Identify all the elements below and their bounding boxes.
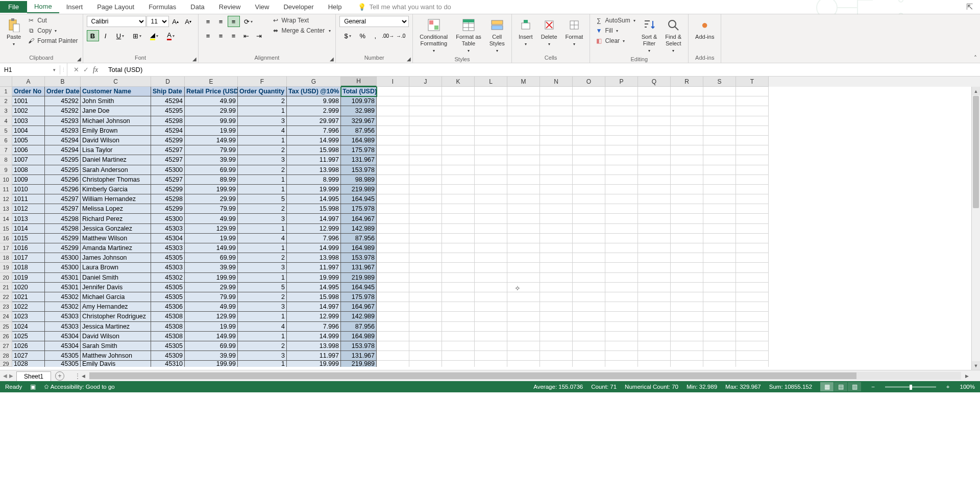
data-cell[interactable]: 45309 [151, 351, 185, 361]
merge-center-button[interactable]: ⬌Merge & Center▾ [271, 26, 332, 35]
cell[interactable] [442, 302, 475, 312]
data-cell[interactable]: 1014 [12, 224, 45, 234]
cell[interactable] [736, 283, 769, 292]
col-header-H[interactable]: H [341, 77, 377, 87]
cell[interactable] [736, 126, 769, 136]
cell[interactable] [507, 185, 540, 194]
cell[interactable] [671, 243, 703, 253]
data-cell[interactable]: 45301 [45, 273, 81, 283]
data-cell[interactable]: Jessica Gonzalez [81, 224, 151, 234]
cell[interactable] [671, 263, 703, 272]
horizontal-scrollbar[interactable] [89, 372, 961, 380]
cell[interactable] [475, 155, 507, 165]
row-header[interactable]: 8 [0, 155, 12, 165]
row-header[interactable]: 2 [0, 96, 12, 106]
data-cell[interactable]: 1022 [12, 302, 45, 312]
cell[interactable] [671, 155, 703, 165]
cell[interactable] [638, 253, 671, 263]
cell[interactable] [671, 214, 703, 223]
data-cell[interactable]: 175.978 [341, 145, 377, 155]
cell[interactable] [409, 116, 442, 126]
page-layout-view-button[interactable]: ▤ [834, 382, 847, 391]
format-cells-button[interactable]: Format▾ [562, 16, 586, 49]
cell[interactable] [377, 341, 409, 351]
cell[interactable] [409, 96, 442, 106]
font-launcher[interactable]: ◢ [192, 56, 197, 62]
cell[interactable] [703, 322, 736, 332]
cell[interactable] [377, 234, 409, 243]
cell[interactable] [703, 312, 736, 321]
data-cell[interactable]: 3 [238, 116, 287, 126]
normal-view-button[interactable]: ▦ [820, 382, 834, 391]
cell[interactable] [605, 96, 638, 106]
cell[interactable] [671, 292, 703, 302]
cell[interactable] [507, 361, 540, 367]
clipboard-launcher[interactable]: ◢ [77, 56, 81, 62]
cell[interactable] [409, 322, 442, 332]
cell[interactable] [605, 106, 638, 116]
data-cell[interactable]: 1009 [12, 175, 45, 185]
cell[interactable] [736, 243, 769, 253]
cell[interactable] [442, 243, 475, 253]
data-cell[interactable]: 14.999 [287, 243, 341, 253]
cell[interactable] [377, 312, 409, 321]
data-cell[interactable]: 12.999 [287, 312, 341, 321]
cell[interactable] [736, 204, 769, 214]
row-header[interactable]: 14 [0, 214, 12, 223]
cell[interactable] [377, 175, 409, 185]
data-cell[interactable]: 45305 [151, 253, 185, 263]
data-cell[interactable]: 1017 [12, 253, 45, 263]
data-cell[interactable]: 329.967 [341, 116, 377, 126]
cell[interactable] [605, 234, 638, 243]
cell[interactable] [507, 136, 540, 145]
data-cell[interactable]: 45294 [151, 96, 185, 106]
cell[interactable] [507, 96, 540, 106]
data-cell[interactable]: Kimberly Garcia [81, 185, 151, 194]
borders-button[interactable]: ⊞▾ [129, 30, 145, 41]
row-header[interactable]: 3 [0, 106, 12, 116]
data-cell[interactable]: 45300 [45, 263, 81, 272]
data-cell[interactable]: 1021 [12, 292, 45, 302]
data-cell[interactable]: 2 [238, 204, 287, 214]
data-cell[interactable]: 1020 [12, 283, 45, 292]
data-cell[interactable]: 19.99 [185, 322, 238, 332]
cell[interactable] [540, 234, 573, 243]
cell[interactable] [671, 165, 703, 175]
cell[interactable] [605, 351, 638, 361]
data-cell[interactable]: 3 [238, 155, 287, 165]
cell[interactable] [638, 214, 671, 223]
data-cell[interactable]: 45305 [45, 351, 81, 361]
cell[interactable] [605, 136, 638, 145]
cell[interactable] [605, 312, 638, 321]
cell[interactable] [573, 322, 605, 332]
data-cell[interactable]: 45300 [151, 165, 185, 175]
data-cell[interactable]: 45298 [151, 116, 185, 126]
data-cell[interactable]: 1 [238, 175, 287, 185]
cell[interactable] [605, 302, 638, 312]
collapse-ribbon-button[interactable]: ˄ [974, 55, 977, 62]
cell[interactable] [507, 224, 540, 234]
cell[interactable] [638, 292, 671, 302]
cell[interactable] [409, 351, 442, 361]
data-cell[interactable]: Emily Brown [81, 126, 151, 136]
data-cell[interactable]: 39.99 [185, 155, 238, 165]
cell[interactable] [540, 87, 573, 96]
cell[interactable] [573, 312, 605, 321]
cell[interactable] [638, 204, 671, 214]
cell[interactable] [475, 165, 507, 175]
cell[interactable] [442, 273, 475, 283]
cell[interactable] [540, 253, 573, 263]
cell[interactable] [573, 273, 605, 283]
data-cell[interactable]: 1016 [12, 243, 45, 253]
cell[interactable] [671, 302, 703, 312]
cell[interactable] [442, 332, 475, 341]
data-cell[interactable]: 45296 [45, 175, 81, 185]
cell[interactable] [442, 361, 475, 367]
cell[interactable] [475, 116, 507, 126]
cell[interactable] [409, 155, 442, 165]
cell[interactable] [442, 155, 475, 165]
cell[interactable] [409, 136, 442, 145]
data-cell[interactable]: 69.99 [185, 253, 238, 263]
data-cell[interactable]: 1019 [12, 273, 45, 283]
cell[interactable] [573, 243, 605, 253]
